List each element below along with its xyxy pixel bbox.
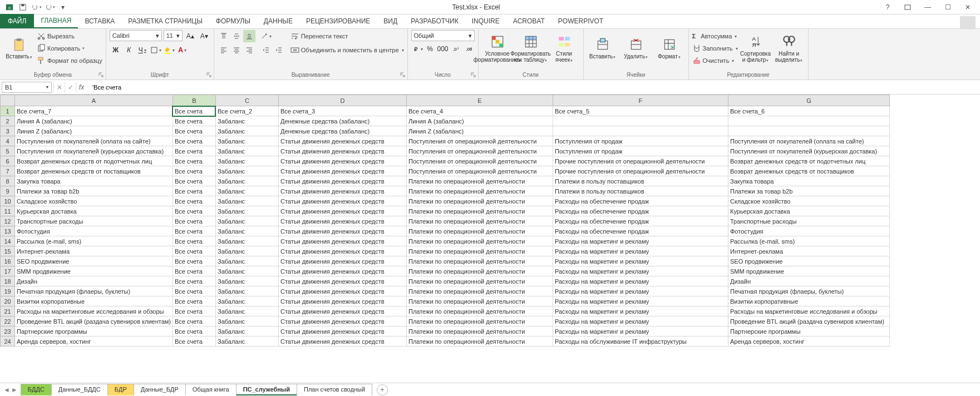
cell[interactable]: Статьи движения денежных средств	[278, 156, 406, 166]
cell[interactable]: Статьи движения денежных средств	[278, 166, 406, 176]
cell[interactable]: SMM продвижение	[728, 266, 889, 276]
row-header[interactable]: 21	[1, 306, 15, 316]
cell[interactable]	[553, 116, 728, 126]
cell[interactable]: Проведение BTL акций (раздача сувениров …	[15, 316, 173, 326]
cell[interactable]: Печатная продукция (флаеры, буклеты)	[15, 286, 173, 296]
cell[interactable]: Платежи по операционной деятельности	[406, 176, 553, 186]
decrease-decimal-icon[interactable]: ,00	[462, 43, 475, 55]
cell[interactable]: Платежи за товар b2b	[15, 186, 173, 196]
cell[interactable]: Расходы на маркетинг и рекламу	[553, 306, 728, 316]
row-header[interactable]: 3	[1, 126, 15, 136]
cell[interactable]: Поступления от продаж	[553, 136, 728, 146]
cell[interactable]: Забаланс	[215, 326, 278, 336]
row-header[interactable]: 13	[1, 226, 15, 236]
ribbon-tab-вид[interactable]: ВИД	[377, 14, 404, 28]
name-box[interactable]: B1▾	[2, 82, 52, 93]
cell[interactable]: Забаланс	[215, 286, 278, 296]
cell[interactable]: Поступления от операционной деятельности	[406, 146, 553, 156]
wrap-text-button[interactable]: Перенести текст	[290, 30, 404, 42]
cell[interactable]: Платежи по операционной деятельности	[406, 226, 553, 236]
merge-center-button[interactable]: Объединить и поместить в центре	[290, 44, 404, 56]
cell[interactable]: Платежи по операционной деятельности	[406, 296, 553, 306]
cell[interactable]: Платежи по операционной деятельности	[406, 306, 553, 316]
cell[interactable]: Прочие поступления от операционной деяте…	[553, 156, 728, 166]
cell[interactable]: Возврат денежных средств от подотчетных …	[15, 156, 173, 166]
cell[interactable]: Фотостудия	[728, 226, 889, 236]
cell[interactable]: SEO продвижение	[15, 256, 173, 266]
middle-align-icon[interactable]	[230, 30, 243, 42]
row-header[interactable]: 22	[1, 316, 15, 326]
save-icon[interactable]	[17, 1, 29, 13]
align-center-icon[interactable]	[230, 44, 243, 56]
row-header[interactable]: 15	[1, 246, 15, 256]
cell[interactable]: SEO продвижение	[728, 256, 889, 266]
row-header[interactable]: 12	[1, 216, 15, 226]
cell[interactable]: Статьи движения денежных средств	[278, 326, 406, 336]
cell[interactable]: Статьи движения денежных средств	[278, 236, 406, 246]
sheet-tab-Данные_БДДС[interactable]: Данные_БДДС	[51, 384, 108, 395]
cell[interactable]: SMM продвижение	[15, 266, 173, 276]
minimize-button[interactable]: —	[920, 2, 935, 13]
cell[interactable]: Все счета	[173, 336, 215, 346]
row-header[interactable]: 7	[1, 166, 15, 176]
cell[interactable]: Статьи движения денежных средств	[278, 206, 406, 216]
clear-button[interactable]: Очистить	[692, 55, 738, 67]
cell[interactable]: Партнерские программы	[728, 326, 889, 336]
sheet-tab-ПС_служебный[interactable]: ПС_служебный	[236, 384, 297, 395]
cell[interactable]: Интернет-реклама	[15, 246, 173, 256]
cell[interactable]: Поступления от продаж	[553, 146, 728, 156]
cell[interactable]: Печатная продукция (флаеры, буклеты)	[728, 286, 889, 296]
cell[interactable]: Закупка товара	[728, 176, 889, 186]
sheet-tab-БДДС[interactable]: БДДС	[21, 384, 52, 395]
row-header[interactable]: 10	[1, 196, 15, 206]
cell[interactable]: Статьи движения денежных средств	[278, 256, 406, 266]
dialog-launcher-icon[interactable]	[400, 72, 406, 78]
cell[interactable]: Забаланс	[215, 126, 278, 136]
qat-customize-icon[interactable]: ▾	[57, 1, 69, 13]
row-header[interactable]: 18	[1, 276, 15, 286]
cell[interactable]	[553, 126, 728, 136]
decrease-font-icon[interactable]: A▾	[198, 30, 210, 42]
increase-decimal-icon[interactable]: ,0	[450, 43, 462, 55]
formula-input[interactable]	[89, 82, 980, 93]
cell[interactable]: Платежи по операционной деятельности	[406, 186, 553, 196]
cell[interactable]: Забаланс	[215, 136, 278, 146]
cell[interactable]: Платежи по операционной деятельности	[406, 326, 553, 336]
ribbon-tab-вставка[interactable]: ВСТАВКА	[78, 14, 121, 28]
row-header[interactable]: 5	[1, 146, 15, 156]
ribbon-tab-рецензирование[interactable]: РЕЦЕНЗИРОВАНИЕ	[299, 14, 377, 28]
cell[interactable]: Транспортные расходы	[15, 216, 173, 226]
cell[interactable]: Денежные средства (забаланс)	[278, 116, 406, 126]
sort-filter-button[interactable]: AЯСортировка и фильтр	[740, 30, 771, 67]
cell[interactable]: Забаланс	[215, 146, 278, 156]
cell[interactable]: Возврат денежных средств от поставщиков	[15, 166, 173, 176]
cell[interactable]: Платежи в пользу поставщиков	[553, 176, 728, 186]
font-size-select[interactable]: 11▾	[164, 30, 183, 41]
column-header-C[interactable]: C	[215, 95, 278, 106]
cell[interactable]: Все счета	[173, 216, 215, 226]
cell-styles-button[interactable]: Стили ячеек	[549, 30, 580, 67]
cell[interactable]: Статьи движения денежных средств	[278, 176, 406, 186]
cell[interactable]: Статьи движения денежных средств	[278, 196, 406, 206]
cell[interactable]: Платежи по операционной деятельности	[406, 206, 553, 216]
row-header[interactable]: 23	[1, 326, 15, 336]
cell[interactable]: Расходы на маркетинг и рекламу	[553, 296, 728, 306]
cell[interactable]: Платежи по операционной деятельности	[406, 316, 553, 326]
font-color-button[interactable]: A	[176, 44, 189, 56]
find-select-button[interactable]: Найти и выделить	[774, 30, 805, 67]
cell[interactable]: Визитки корпоративные	[728, 296, 889, 306]
cell[interactable]: Дизайн	[728, 276, 889, 286]
cell[interactable]: Платежи по операционной деятельности	[406, 266, 553, 276]
row-header[interactable]: 20	[1, 296, 15, 306]
cell[interactable]: Забаланс	[215, 216, 278, 226]
maximize-button[interactable]: ☐	[940, 2, 956, 13]
column-header-G[interactable]: G	[728, 95, 889, 106]
paste-button[interactable]: Вставить	[3, 30, 35, 67]
cell[interactable]: Платежи по операционной деятельности	[406, 256, 553, 266]
spreadsheet-grid[interactable]: ABCDEFG1Все счета_7Все счетаВсе счета_2В…	[0, 95, 980, 383]
cell[interactable]: Все счета_6	[728, 106, 889, 116]
format-cells-button[interactable]: Формат	[654, 30, 685, 67]
row-header[interactable]: 2	[1, 116, 15, 126]
cell[interactable]: Статьи движения денежных средств	[278, 266, 406, 276]
cell[interactable]: Все счета	[173, 296, 215, 306]
